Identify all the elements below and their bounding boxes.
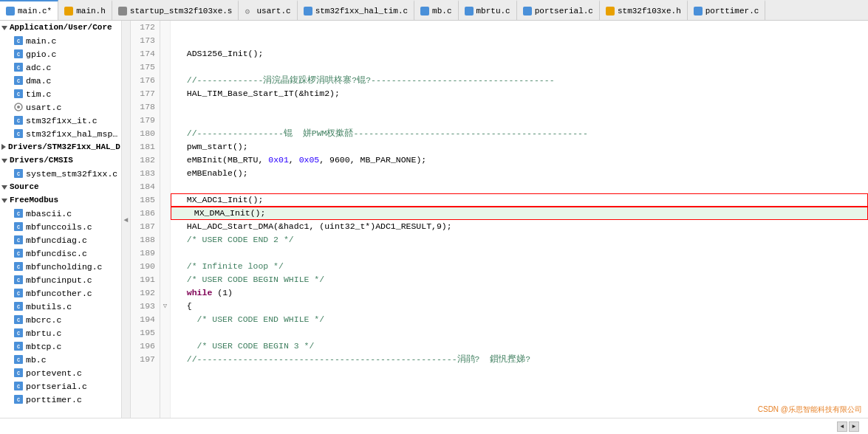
- tab-stm32tim[interactable]: stm32f1xx_hal_tim.c: [298, 0, 414, 21]
- code-line-182: eMBInit(MB_RTU, 0x01, 0x05, 9600, MB_PAR…: [171, 154, 868, 167]
- sidebar-item-label: mbascii.c: [26, 209, 72, 218]
- tab-stm32xe-h[interactable]: stm32f103xe.h: [600, 0, 688, 21]
- nav-arrows[interactable]: ◄ ►: [837, 421, 859, 432]
- code-line-174: ADS1256_Init();: [171, 47, 868, 61]
- tab-portserial[interactable]: portserial.c: [517, 0, 600, 21]
- sidebar-item-mbrtu-c[interactable]: Cmbrtu.c: [10, 326, 121, 340]
- collapse-panel-arrow[interactable]: ◄: [122, 21, 131, 418]
- sidebar-group-source[interactable]: Source: [0, 180, 121, 193]
- sidebar-item-system_stm32f1xx-c[interactable]: Csystem_stm32f1xx.c: [10, 167, 121, 180]
- tab-icon-stm32tim: [304, 7, 312, 16]
- code-line-183: eMBEnable();: [171, 167, 868, 180]
- code-line-177: HAL_TIM_Base_Start_IT(&htim2);: [171, 87, 868, 100]
- sidebar-group-freemodbus[interactable]: FreeModbus: [0, 193, 121, 207]
- group-label: FreeModbus: [10, 196, 58, 204]
- svg-text:C: C: [17, 171, 20, 177]
- file-icon-c: C: [13, 208, 24, 218]
- tab-label-portserial: portserial.c: [535, 7, 593, 16]
- sidebar-item-adc-c[interactable]: Cadc.c: [10, 61, 121, 74]
- tab-main-h[interactable]: main.h: [58, 0, 112, 21]
- sidebar-group-drivers/cmsis[interactable]: Drivers/CMSIS: [0, 154, 121, 167]
- sidebar-item-label: usart.c: [26, 103, 61, 112]
- svg-text:C: C: [17, 211, 20, 217]
- sidebar-item-mbfuncother-c[interactable]: Cmbfuncother.c: [10, 286, 121, 300]
- fold-marker-180: [160, 127, 170, 140]
- sidebar-group-drivers/stm32f1xx_ha[interactable]: Drivers/STM32F1xx_HAL_D: [0, 140, 121, 154]
- sidebar-item-gpio-c[interactable]: Cgpio.c: [10, 47, 121, 61]
- sidebar-item-usart-c[interactable]: usart.c: [10, 100, 121, 114]
- sidebar-item-label: stm32f1xx_hal_msp.c: [26, 129, 118, 139]
- sidebar-item-mbtcp-c[interactable]: Cmbtcp.c: [10, 340, 121, 353]
- line-number-180: 180: [131, 127, 160, 140]
- watermark: CSDN @乐思智能科技有限公司: [758, 404, 862, 415]
- code-line-185: MX_ADC1_Init();: [171, 193, 868, 207]
- fold-marker-193[interactable]: ▽: [160, 300, 170, 313]
- code-line-180: //-----------------锟 姘PWM杈撳嚭------------…: [171, 127, 868, 140]
- code-line-176: //-------------涓浣晶鍑跺椤涓哄柊寨?锟?------------…: [171, 74, 868, 87]
- file-icon-c: C: [13, 301, 24, 311]
- sidebar-item-label: mb.c: [26, 355, 47, 365]
- code-line-191: /* USER CODE BEGIN WHILE */: [171, 273, 868, 286]
- bottom-bar: ◄ ►: [0, 418, 868, 434]
- tab-label-porttimer: porttimer.c: [705, 7, 759, 16]
- sidebar-item-mbutils-c[interactable]: Cmbutils.c: [10, 300, 121, 313]
- file-icon-c: C: [13, 328, 24, 338]
- group-expand-icon: [1, 142, 6, 152]
- group-expand-icon: [1, 156, 7, 165]
- tab-mbrtu-c[interactable]: mbrtu.c: [459, 0, 517, 21]
- sidebar-item-mbfuncinput-c[interactable]: Cmbfuncinput.c: [10, 273, 121, 286]
- line-number-174: 174: [131, 47, 160, 61]
- code-line-172: [171, 21, 868, 34]
- sidebar-item-porttimer-c[interactable]: Cporttimer.c: [10, 393, 121, 406]
- sidebar-item-tim-c[interactable]: Ctim.c: [10, 87, 121, 100]
- tab-icon-porttimer: [694, 7, 703, 16]
- fold-marker-183: [160, 167, 170, 180]
- sidebar-item-mbfunccoils-c[interactable]: Cmbfunccoils.c: [10, 220, 121, 233]
- sidebar-item-stm32f1xx_hal_msp-c[interactable]: Cstm32f1xx_hal_msp.c: [10, 127, 121, 140]
- fold-marker-195: [160, 326, 170, 340]
- file-icon-c: C: [13, 275, 24, 285]
- nav-right-btn[interactable]: ►: [849, 421, 859, 432]
- nav-left-btn[interactable]: ◄: [837, 421, 847, 432]
- sidebar-item-label: mbfuncdiag.c: [26, 235, 87, 245]
- sidebar-item-label: mbfuncother.c: [26, 289, 92, 298]
- code-line-179: [171, 114, 868, 127]
- tab-mb-c[interactable]: mb.c: [414, 0, 458, 21]
- file-icon-c: C: [13, 261, 24, 272]
- sidebar-item-main-c[interactable]: Cmain.c: [10, 34, 121, 47]
- sidebar-item-label: mbutils.c: [26, 302, 72, 311]
- sidebar-item-dma-c[interactable]: Cdma.c: [10, 74, 121, 87]
- sidebar-item-mbfuncholding-c[interactable]: Cmbfuncholding.c: [10, 260, 121, 273]
- sidebar-item-label: tim.c: [26, 89, 52, 99]
- sidebar-item-mbcrc-c[interactable]: Cmbcrc.c: [10, 313, 121, 326]
- tab-label-main-c: main.c*: [18, 7, 52, 16]
- svg-text:C: C: [17, 317, 20, 323]
- group-label: Drivers/STM32F1xx_HAL_D: [8, 142, 120, 151]
- code-line-197: //--------------------------------------…: [171, 353, 868, 366]
- sidebar-item-mb-c[interactable]: Cmb.c: [10, 353, 121, 366]
- tab-icon-stm32xe-h: [606, 7, 615, 16]
- tab-icon-mbrtu-c: [465, 7, 474, 16]
- line-number-189: 189: [131, 247, 160, 260]
- sidebar-item-portserial-c[interactable]: Cportserial.c: [10, 379, 121, 393]
- sidebar-item-portevent-c[interactable]: Cportevent.c: [10, 366, 121, 379]
- sidebar-group-application/user/cor[interactable]: Application/User/Core: [0, 21, 121, 34]
- tab-main-c[interactable]: main.c*: [0, 0, 58, 21]
- code-content[interactable]: ADS1256_Init(); //-------------涓浣晶鍑跺椤涓哄柊…: [171, 21, 868, 418]
- file-icon-c: C: [13, 354, 24, 365]
- sidebar-item-mbfuncdisc-c[interactable]: Cmbfuncdisc.c: [10, 247, 121, 260]
- tab-porttimer[interactable]: porttimer.c: [688, 0, 766, 21]
- file-icon-c: C: [13, 288, 24, 298]
- line-number-190: 190: [131, 260, 160, 273]
- sidebar-item-mbfuncdiag-c[interactable]: Cmbfuncdiag.c: [10, 233, 121, 247]
- tab-usart-c[interactable]: ⚙usart.c: [239, 0, 297, 21]
- tab-startup[interactable]: startup_stm32f103xe.s: [112, 0, 239, 21]
- fold-marker-194: [160, 313, 170, 326]
- svg-text:C: C: [17, 65, 20, 71]
- sidebar-item-label: mbrtu.c: [26, 328, 61, 338]
- code-line-192: while (1): [171, 286, 868, 300]
- group-expand-icon: [1, 182, 7, 192]
- sidebar-item-stm32f1xx_it-c[interactable]: Cstm32f1xx_it.c: [10, 114, 121, 127]
- sidebar-item-mbascii-c[interactable]: Cmbascii.c: [10, 207, 121, 220]
- svg-text:C: C: [17, 251, 20, 257]
